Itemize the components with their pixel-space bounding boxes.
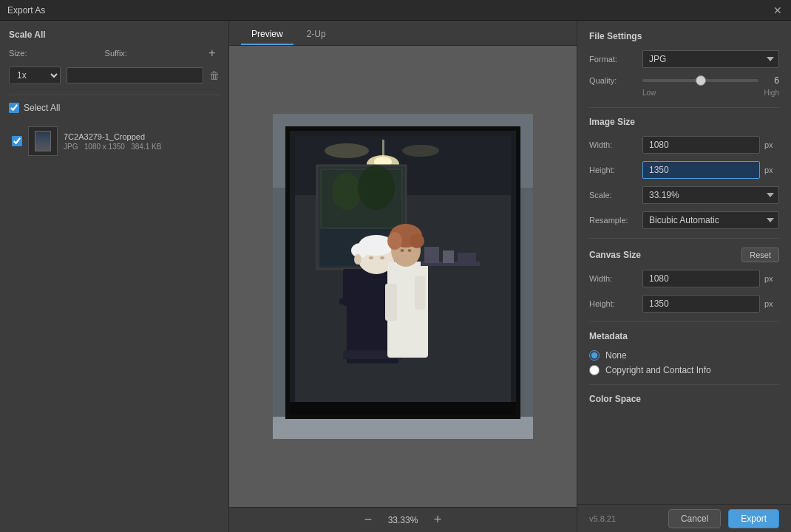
suffix-label: Suffix: xyxy=(105,49,127,58)
main-container: Scale All Size: Suffix: + 1x 2x 3x 0.5x … xyxy=(0,21,791,532)
image-width-input[interactable] xyxy=(642,136,760,154)
add-scale-button[interactable]: + xyxy=(205,46,220,61)
color-space-section: Color Space xyxy=(589,394,779,404)
image-scale-select[interactable]: 33.19% 50% 75% 100% xyxy=(642,186,779,204)
canvas-width-input[interactable] xyxy=(642,270,760,287)
zoom-out-button[interactable]: − xyxy=(359,511,377,529)
svg-point-24 xyxy=(369,256,373,259)
bottom-bar: v5.8.21 Cancel Export xyxy=(577,504,791,532)
canvas-height-unit: px xyxy=(764,299,779,308)
tabs-bar: Preview 2-Up xyxy=(229,21,577,46)
select-all-label[interactable]: Select All xyxy=(24,103,60,113)
canvas-height-row: Height: px xyxy=(589,295,779,313)
scale-all-header: Scale All xyxy=(9,30,220,40)
divider-4 xyxy=(589,384,779,385)
zoom-in-button[interactable]: + xyxy=(429,511,447,529)
right-panel: File Settings Format: JPG PNG GIF SVG WE… xyxy=(577,21,791,532)
file-settings-title: File Settings xyxy=(589,31,779,41)
svg-point-25 xyxy=(380,256,384,259)
canvas-height-input[interactable] xyxy=(642,295,760,313)
svg-point-26 xyxy=(354,254,361,265)
metadata-title: Metadata xyxy=(589,331,779,341)
svg-point-33 xyxy=(408,249,412,252)
reset-button[interactable]: Reset xyxy=(741,248,779,262)
svg-rect-38 xyxy=(443,250,454,263)
divider-3 xyxy=(589,321,779,322)
image-height-label: Height: xyxy=(589,166,642,174)
file-info: 7C2A3279-1_Cropped JPG 1080 x 1350 384.1… xyxy=(64,132,161,151)
format-row: Format: JPG PNG GIF SVG WEBP xyxy=(589,50,779,68)
file-checkbox[interactable] xyxy=(12,136,22,146)
metadata-none-radio[interactable] xyxy=(589,350,600,361)
titlebar: Export As ✕ xyxy=(0,0,791,21)
preview-svg xyxy=(273,114,533,439)
divider-2 xyxy=(589,238,779,239)
image-width-control xyxy=(642,136,760,154)
close-button[interactable]: ✕ xyxy=(772,4,784,16)
resample-select[interactable]: Bicubic Automatic Bilinear Nearest Neigh… xyxy=(642,211,779,229)
svg-rect-41 xyxy=(273,417,533,439)
image-scale-control: 33.19% 50% 75% 100% xyxy=(642,186,779,204)
file-thumbnail xyxy=(28,126,58,156)
quality-value: 6 xyxy=(764,75,779,86)
file-meta: JPG 1080 x 1350 384.1 KB xyxy=(64,143,161,151)
center-panel: Preview 2-Up xyxy=(229,21,577,532)
image-height-input[interactable] xyxy=(642,161,760,179)
zoom-percentage: 33.33% xyxy=(384,515,421,525)
canvas-height-label: Height: xyxy=(589,299,642,308)
canvas-size-header: Canvas Size Reset xyxy=(589,248,779,262)
zoom-bar: − 33.33% + xyxy=(229,507,577,532)
cancel-button[interactable]: Cancel xyxy=(668,509,721,528)
size-label: Size: xyxy=(9,49,27,58)
select-all-row: Select All xyxy=(9,95,220,113)
select-all-checkbox[interactable] xyxy=(9,103,19,113)
metadata-none-label[interactable]: None xyxy=(605,350,627,361)
file-list-item[interactable]: 7C2A3279-1_Cropped JPG 1080 x 1350 384.1… xyxy=(9,122,220,160)
delete-scale-button[interactable]: 🗑 xyxy=(209,69,220,81)
image-width-label: Width: xyxy=(589,140,642,149)
size-suffix-row: Size: Suffix: + xyxy=(9,46,220,61)
tab-2up[interactable]: 2-Up xyxy=(296,24,336,45)
svg-rect-39 xyxy=(458,253,476,263)
quality-row: Quality: 6 xyxy=(589,75,779,86)
metadata-none-row: None xyxy=(589,350,779,361)
titlebar-title: Export As xyxy=(7,5,45,16)
format-label: Format: xyxy=(589,55,642,64)
divider-1 xyxy=(589,107,779,108)
image-scale-row: Scale: 33.19% 50% 75% 100% xyxy=(589,186,779,204)
image-width-row: Width: px xyxy=(589,136,779,154)
image-height-unit: px xyxy=(764,166,779,174)
canvas-size-title: Canvas Size xyxy=(589,250,641,260)
svg-point-10 xyxy=(402,145,439,157)
preview-image-container xyxy=(273,114,533,439)
format-select[interactable]: JPG PNG GIF SVG WEBP xyxy=(642,50,779,68)
svg-point-9 xyxy=(325,143,369,158)
resample-label: Resample: xyxy=(589,216,642,225)
canvas-width-control xyxy=(642,270,760,287)
image-height-row: Height: px xyxy=(589,161,779,179)
image-scale-label: Scale: xyxy=(589,191,642,200)
metadata-copyright-radio[interactable] xyxy=(589,365,600,375)
quality-label: Quality: xyxy=(589,76,642,85)
svg-point-16 xyxy=(358,166,395,210)
canvas-width-unit: px xyxy=(764,274,779,283)
metadata-copyright-label[interactable]: Copyright and Contact Info xyxy=(605,365,711,375)
tab-preview[interactable]: Preview xyxy=(241,24,293,45)
svg-rect-35 xyxy=(415,276,425,310)
export-button[interactable]: Export xyxy=(728,509,779,528)
svg-point-32 xyxy=(401,249,404,252)
svg-point-15 xyxy=(332,173,361,210)
right-scroll-area[interactable]: File Settings Format: JPG PNG GIF SVG WE… xyxy=(577,21,791,504)
quality-slider[interactable] xyxy=(642,79,758,82)
canvas-width-row: Width: px xyxy=(589,270,779,287)
image-size-title: Image Size xyxy=(589,117,779,127)
thumb-image xyxy=(35,131,51,151)
canvas-height-control xyxy=(642,295,760,313)
quality-low: Low xyxy=(642,89,656,97)
preview-image xyxy=(273,114,533,439)
suffix-input[interactable] xyxy=(67,67,203,83)
svg-point-31 xyxy=(410,233,424,248)
quality-high: High xyxy=(764,89,779,97)
image-width-unit: px xyxy=(764,140,779,149)
scale-select[interactable]: 1x 2x 3x 0.5x xyxy=(9,66,61,84)
